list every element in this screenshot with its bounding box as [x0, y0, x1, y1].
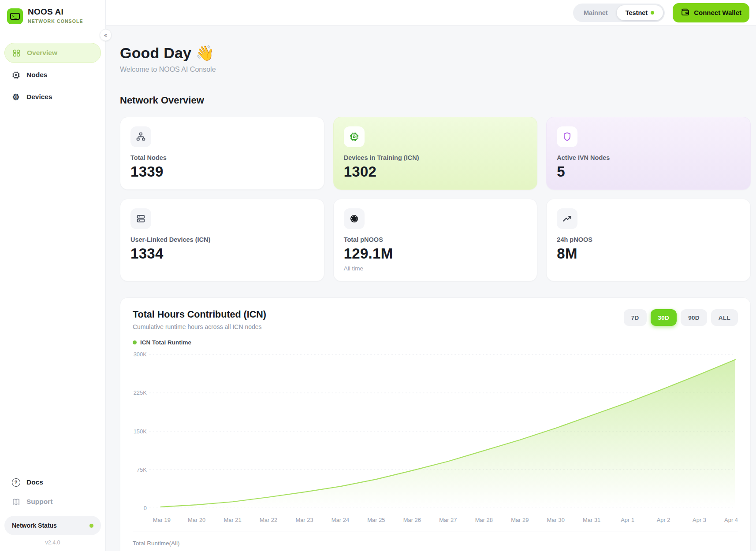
- coin-icon: [344, 208, 365, 229]
- range-button-all[interactable]: ALL: [711, 309, 738, 326]
- chip-icon: [11, 70, 21, 80]
- svg-text:Mar 20: Mar 20: [188, 517, 205, 523]
- svg-text:Mar 28: Mar 28: [475, 517, 493, 523]
- svg-text:Apr 1: Apr 1: [621, 517, 634, 523]
- stat-card-devices-in-training: Devices in Training (ICN) 1302: [333, 117, 538, 190]
- network-toggle-mainnet[interactable]: Mainnet: [575, 5, 617, 20]
- range-button-7d[interactable]: 7D: [624, 309, 647, 326]
- legend-dot-icon: [133, 340, 137, 344]
- total-runtime-label: Total Runtime(All): [133, 540, 738, 547]
- network-toggle: Mainnet Testnet: [573, 4, 665, 22]
- svg-text:Mar 25: Mar 25: [367, 517, 385, 523]
- svg-text:Mar 31: Mar 31: [583, 517, 600, 523]
- sidebar-item-nodes[interactable]: Nodes: [4, 65, 101, 85]
- stat-value: 129.1M: [344, 245, 527, 262]
- range-button-90d[interactable]: 90D: [681, 309, 707, 326]
- stat-card-active-ivn-nodes: Active IVN Nodes 5: [546, 117, 751, 190]
- stat-value: 1339: [130, 163, 314, 180]
- main-area: Mainnet Testnet Connect Wallet: [106, 0, 756, 551]
- svg-text:Mar 23: Mar 23: [295, 517, 313, 523]
- svg-text:Apr 4: Apr 4: [724, 517, 738, 523]
- docs-label: Docs: [26, 478, 43, 486]
- svg-text:Mar 26: Mar 26: [403, 517, 421, 523]
- sidebar-item-label: Overview: [27, 49, 57, 57]
- svg-text:Mar 27: Mar 27: [439, 517, 457, 523]
- network-nodes-icon: [130, 126, 151, 147]
- wallet-icon: [681, 7, 690, 18]
- sidebar-collapse-button[interactable]: «: [100, 29, 112, 41]
- network-toggle-testnet[interactable]: Testnet: [617, 5, 663, 20]
- brand-name: NOOS AI: [28, 7, 83, 17]
- server-stack-icon: [130, 208, 151, 229]
- runtime-chart-card: Total Hours Contributed (ICN) Cumulative…: [120, 297, 751, 551]
- runtime-area-chart[interactable]: 075K150K225K300KMar 19Mar 20Mar 21Mar 22…: [133, 349, 738, 526]
- chart-legend: ICN Total Runtime: [133, 339, 738, 346]
- chart-area[interactable]: 075K150K225K300KMar 19Mar 20Mar 21Mar 22…: [133, 349, 738, 526]
- stat-card-user-linked-devices: User-Linked Devices (ICN) 1334: [120, 199, 324, 281]
- sidebar-footer: ? Docs Support Network Status v2.4.0: [0, 473, 105, 551]
- book-icon: [11, 497, 21, 507]
- svg-text:Apr 2: Apr 2: [657, 517, 670, 523]
- stat-label: 24h pNOOS: [557, 236, 740, 243]
- stat-label: Devices in Training (ICN): [344, 154, 527, 161]
- testnet-status-dot-icon: [651, 11, 654, 15]
- network-status-label: Network Status: [12, 522, 57, 529]
- range-button-30d[interactable]: 30D: [651, 309, 677, 326]
- help-circle-icon: ?: [11, 477, 21, 487]
- brand-subtitle: NETWORK CONSOLE: [28, 18, 83, 24]
- svg-text:Mar 24: Mar 24: [331, 517, 349, 523]
- dashboard-grid-icon: [11, 48, 21, 58]
- svg-text:75K: 75K: [137, 466, 147, 473]
- network-status-pill[interactable]: Network Status: [4, 516, 101, 535]
- sidebar-item-label: Nodes: [26, 71, 47, 79]
- stat-card-24h-pnoos: 24h pNOOS 8M: [546, 199, 751, 281]
- noos-logo-icon: >_: [7, 8, 23, 24]
- sidebar-item-overview[interactable]: Overview: [4, 43, 101, 63]
- shield-icon: [557, 126, 577, 147]
- svg-text:300K: 300K: [134, 351, 147, 358]
- stat-value: 1302: [344, 163, 527, 180]
- svg-text:Mar 30: Mar 30: [547, 517, 565, 523]
- welcome-text: Welcome to NOOS AI Console: [120, 66, 751, 74]
- stat-value: 1334: [130, 245, 314, 262]
- docs-link[interactable]: ? Docs: [4, 473, 101, 492]
- legend-label: ICN Total Runtime: [140, 339, 191, 346]
- svg-text:Apr 3: Apr 3: [693, 517, 706, 523]
- support-link[interactable]: Support: [4, 492, 101, 511]
- svg-text:150K: 150K: [134, 428, 147, 435]
- svg-text:Mar 21: Mar 21: [224, 517, 242, 523]
- stat-label: Total Nodes: [130, 154, 314, 161]
- stat-card-total-pnoos: Total pNOOS 129.1M All time: [333, 199, 538, 281]
- sidebar: >_ NOOS AI NETWORK CONSOLE Overview: [0, 0, 106, 551]
- page-greeting: Good Day 👋: [120, 44, 751, 62]
- chart-title: Total Hours Contributed (ICN): [133, 309, 266, 320]
- topbar: Mainnet Testnet Connect Wallet: [106, 0, 756, 26]
- chart-header: Total Hours Contributed (ICN) Cumulative…: [133, 309, 738, 330]
- svg-text:225K: 225K: [134, 389, 147, 396]
- brand: >_ NOOS AI NETWORK CONSOLE: [0, 7, 105, 24]
- app-root: >_ NOOS AI NETWORK CONSOLE Overview: [0, 0, 756, 551]
- chip-icon: [344, 126, 365, 147]
- sidebar-item-devices[interactable]: ⚙ Devices: [4, 87, 101, 107]
- stat-label: Total pNOOS: [344, 236, 527, 243]
- content: Good Day 👋 Welcome to NOOS AI Console Ne…: [106, 26, 756, 551]
- stat-value: 8M: [557, 245, 740, 262]
- sidebar-nav: Overview Nodes ⚙ Devices: [0, 43, 105, 107]
- connect-wallet-button[interactable]: Connect Wallet: [673, 3, 749, 22]
- connect-wallet-label: Connect Wallet: [694, 9, 741, 16]
- svg-text:Mar 22: Mar 22: [260, 517, 277, 523]
- gear-icon: ⚙: [11, 92, 21, 102]
- section-title: Network Overview: [120, 95, 751, 106]
- chart-footer: Total Runtime(All) 56.8K Hours: [133, 532, 738, 551]
- range-selector: 7D 30D 90D ALL: [624, 309, 738, 326]
- stat-subtext: All time: [344, 265, 527, 272]
- app-version: v2.4.0: [4, 540, 101, 546]
- stat-label: User-Linked Devices (ICN): [130, 236, 314, 243]
- stat-card-total-nodes: Total Nodes 1339: [120, 117, 324, 190]
- stats-grid: Total Nodes 1339 Devices in Training (IC…: [120, 117, 751, 281]
- status-dot-icon: [89, 524, 93, 528]
- sidebar-item-label: Devices: [26, 93, 52, 101]
- svg-text:Mar 29: Mar 29: [511, 517, 529, 523]
- chart-subtitle: Cumulative runtime hours across all ICN …: [133, 323, 266, 330]
- svg-text:0: 0: [144, 505, 147, 511]
